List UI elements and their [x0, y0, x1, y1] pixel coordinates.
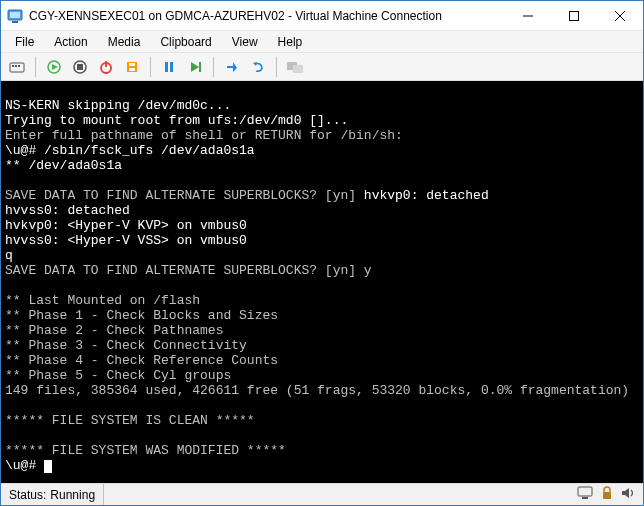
statusbar: Status: Running: [1, 483, 643, 505]
console-line: ** Phase 2 - Check Pathnames: [5, 323, 223, 338]
svg-marker-12: [52, 64, 58, 70]
console-line: SAVE DATA TO FIND ALTERNATE SUPERBLOCKS?…: [5, 188, 364, 203]
app-icon: [7, 8, 23, 24]
svg-rect-29: [603, 492, 611, 499]
save-button[interactable]: [120, 55, 144, 79]
window-controls: [505, 1, 643, 30]
svg-rect-18: [129, 63, 135, 66]
console-line: Enter full pathname of shell or RETURN f…: [5, 128, 403, 143]
console-line: hvvss0: detached: [5, 203, 130, 218]
status-value: Running: [50, 488, 95, 502]
menu-action[interactable]: Action: [44, 33, 97, 51]
titlebar: CGY-XENNSEXEC01 on GDMCA-AZUREHV02 - Vir…: [1, 1, 643, 31]
menu-media[interactable]: Media: [98, 33, 151, 51]
console-line: ** Phase 5 - Check Cyl groups: [5, 368, 231, 383]
console-line: ***** FILE SYSTEM WAS MODIFIED *****: [5, 443, 286, 458]
status-label: Status:: [9, 488, 46, 502]
console-line: \u@# /sbin/fsck_ufs /dev/ada0s1a: [5, 143, 255, 158]
console-line: hvkvp0: detached: [364, 188, 489, 203]
cursor-icon: [44, 460, 52, 473]
svg-marker-24: [253, 62, 257, 66]
toolbar-separator: [213, 57, 214, 77]
toolbar: [1, 53, 643, 81]
window-title: CGY-XENNSEXEC01 on GDMCA-AZUREHV02 - Vir…: [29, 9, 505, 23]
svg-rect-21: [170, 62, 173, 72]
minimize-button[interactable]: [505, 1, 551, 30]
console-line: ** /dev/ada0s1a: [5, 158, 122, 173]
toolbar-separator: [150, 57, 151, 77]
console-line: 149 files, 385364 used, 426611 free (51 …: [5, 383, 629, 398]
menubar: File Action Media Clipboard View Help: [1, 31, 643, 53]
svg-rect-2: [12, 21, 18, 23]
speaker-icon: [621, 486, 635, 503]
lock-icon: [601, 486, 613, 503]
svg-marker-22: [191, 62, 199, 72]
console-line: Trying to mount root from ufs:/dev/md0 […: [5, 113, 348, 128]
svg-rect-9: [15, 65, 17, 67]
console-line: ** Last Mounted on /flash: [5, 293, 200, 308]
vm-console[interactable]: NS-KERN skipping /dev/md0c... Trying to …: [1, 81, 643, 483]
reset-button[interactable]: [183, 55, 207, 79]
close-button[interactable]: [597, 1, 643, 30]
start-button[interactable]: [42, 55, 66, 79]
menu-view[interactable]: View: [222, 33, 268, 51]
menu-clipboard[interactable]: Clipboard: [150, 33, 221, 51]
svg-rect-27: [578, 487, 592, 496]
toolbar-separator: [276, 57, 277, 77]
shutdown-button[interactable]: [94, 55, 118, 79]
enhanced-session-button[interactable]: [283, 55, 307, 79]
console-line: hvkvp0: <Hyper-V KVP> on vmbus0: [5, 218, 247, 233]
svg-rect-7: [10, 63, 24, 72]
console-line: ** Phase 3 - Check Connectivity: [5, 338, 247, 353]
maximize-button[interactable]: [551, 1, 597, 30]
console-line: ***** FILE SYSTEM IS CLEAN *****: [5, 413, 255, 428]
console-line: ** Phase 1 - Check Blocks and Sizes: [5, 308, 278, 323]
console-line: hvvss0: <Hyper-V VSS> on vmbus0: [5, 233, 247, 248]
toolbar-separator: [35, 57, 36, 77]
svg-rect-28: [582, 497, 588, 499]
svg-rect-23: [199, 62, 201, 72]
status-cell: Status: Running: [1, 484, 104, 505]
svg-rect-26: [293, 65, 303, 73]
svg-rect-8: [12, 65, 14, 67]
display-icon: [577, 486, 593, 503]
ctrl-alt-del-button[interactable]: [5, 55, 29, 79]
console-line: NS-KERN skipping /dev/md0c...: [5, 98, 231, 113]
revert-button[interactable]: [246, 55, 270, 79]
svg-rect-14: [77, 64, 83, 70]
status-icons: [569, 486, 643, 503]
console-line: ** Phase 4 - Check Reference Counts: [5, 353, 278, 368]
console-prompt: \u@#: [5, 458, 44, 473]
menu-file[interactable]: File: [5, 33, 44, 51]
turn-off-button[interactable]: [68, 55, 92, 79]
svg-rect-10: [18, 65, 20, 67]
pause-button[interactable]: [157, 55, 181, 79]
checkpoint-button[interactable]: [220, 55, 244, 79]
console-line: SAVE DATA TO FIND ALTERNATE SUPERBLOCKS?…: [5, 263, 372, 278]
svg-rect-4: [570, 11, 579, 20]
console-line: q: [5, 248, 13, 263]
svg-rect-20: [165, 62, 168, 72]
svg-rect-19: [129, 68, 135, 71]
svg-marker-30: [622, 488, 629, 498]
menu-help[interactable]: Help: [268, 33, 313, 51]
svg-rect-1: [10, 12, 20, 18]
